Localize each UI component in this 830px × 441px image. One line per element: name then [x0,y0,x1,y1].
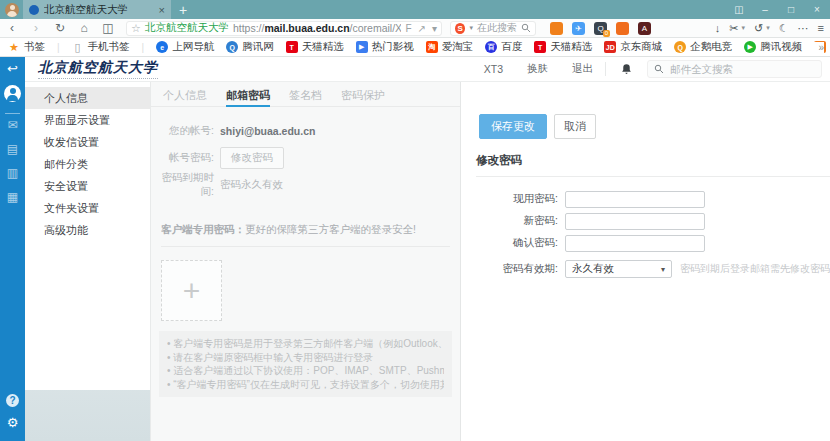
url-text[interactable]: https://mail.buaa.edu.cn/coremail/XT5/in… [233,22,402,34]
apps-icon[interactable]: ▦ [0,190,25,204]
bookmark-tmall2[interactable]: T天猫精选 [534,40,592,54]
confirm-password-input[interactable] [565,235,705,252]
tab-favicon-icon [29,5,39,15]
tab-password-protection[interactable]: 密码保护 [341,88,385,106]
undo-caret-icon[interactable]: ▾ [766,24,770,32]
header-divider [605,62,606,76]
forward-icon[interactable]: › [24,21,48,35]
sidebar-item-mail-sorting[interactable]: 邮件分类 [25,153,150,175]
change-password-button[interactable]: 修改密码 [220,147,284,169]
url-box[interactable]: ☆ 北京航空航天大学 https://mail.buaa.edu.cn/core… [126,21,442,36]
validity-label: 密码有效期: [461,262,558,276]
more-icon[interactable]: ⋯ [798,22,809,35]
bookmark-taobao[interactable]: 淘爱淘宝 [426,40,474,54]
tab-signature[interactable]: 签名档 [289,88,322,106]
university-logo: 北京航空航天大学 [38,59,158,79]
fill-icon[interactable]: F [405,23,411,34]
home-icon[interactable]: ⌂ [72,21,96,35]
current-password-input[interactable] [565,191,705,208]
tab-personal-info[interactable]: 个人信息 [163,88,207,106]
screenshot-scissors-icon[interactable]: ✂ [729,22,738,35]
back-icon[interactable]: ‹ [0,21,24,35]
engine-caret-icon[interactable]: ▾ [469,24,473,32]
sidebar-item-advanced[interactable]: 高级功能 [25,219,150,241]
reading-list-icon[interactable]: ◫ [96,21,120,35]
bookmark-baidu[interactable]: 百百度 [485,40,522,54]
account-row: 您的帐号: shiyi@buaa.edu.cn [151,117,460,144]
scissors-caret-icon[interactable]: ▾ [741,24,745,32]
maximize-button[interactable]: □ [778,4,804,15]
bookmark-jd[interactable]: JD京东商城 [604,40,662,54]
address-search-box[interactable]: S ▾ 在此搜索 [450,21,536,36]
gear-icon[interactable]: ⚙ [0,415,25,430]
profile-icon[interactable] [0,85,25,104]
bookmark-nav[interactable]: e上网导航 [156,40,214,54]
save-changes-button[interactable]: 保存更改 [479,114,547,139]
add-client-password-button[interactable]: + [161,260,222,321]
reload-icon[interactable]: ↻ [48,21,72,35]
minimize-button[interactable]: – [752,4,778,15]
bookmark-separator: | [142,42,145,53]
cancel-button[interactable]: 取消 [554,114,596,139]
undo-icon[interactable]: ↺ [754,22,763,35]
qq-extension-icon[interactable]: Q0 [594,22,607,35]
skin-link[interactable]: 换肤 [527,62,548,76]
sidebar-item-security[interactable]: 安全设置 [25,175,150,197]
tab-close-icon[interactable]: × [159,4,165,16]
folder-icon[interactable]: ▤ [0,142,25,156]
adobe-extension-icon[interactable]: A [638,22,651,35]
back-to-mail-icon[interactable]: ↩ [0,61,25,76]
validity-select[interactable]: 永久有效 ▾ [565,260,672,278]
site-name[interactable]: 北京航空航天大学 [145,21,229,35]
tab-mailbox-password[interactable]: 邮箱密码 [226,88,270,107]
sidebar-item-folders[interactable]: 文件夹设置 [25,197,150,219]
bookmarks-overflow-icon[interactable]: » [814,42,824,53]
note-line: “客户端专用密码”仅在生成时可见，支持设置多个，切勿使用其它方式保存，以防泄露 [167,378,444,392]
bookmark-mobile[interactable]: ▯手机书签 [72,40,130,54]
shopping-extension-icon[interactable] [616,22,629,35]
bookmark-label: 书签 [24,40,45,54]
bookmark-penguin-esports[interactable]: Q企鹅电竞 [674,40,732,54]
logout-link[interactable]: 退出 [572,62,593,76]
sidebar-item-personal-info[interactable]: 个人信息 [25,87,150,109]
download-icon[interactable]: ↓ [715,22,721,34]
bookmark-label: 腾讯网 [242,40,274,54]
url-host: mail.buaa.edu.cn [264,22,349,34]
bookmark-tmall[interactable]: T天猫精选 [286,40,344,54]
night-mode-icon[interactable]: ☾ [779,22,789,35]
share-icon[interactable]: ↗ [418,23,426,34]
notification-bell-icon[interactable] [620,62,633,76]
bird-extension-icon[interactable]: ✈ [572,22,585,35]
bookmark-label: 京东商城 [620,40,662,54]
favorite-star-icon[interactable]: ☆ [131,22,141,35]
contacts-icon[interactable]: ▥ [0,166,25,180]
browser-tab[interactable]: 北京航空航天大学 × [23,0,171,19]
search-magnifier-icon[interactable] [521,23,531,33]
bookmark-label: 企鹅电竞 [690,40,732,54]
mail-icon[interactable]: ✉ [0,118,25,132]
new-password-input[interactable] [565,213,705,230]
dropdown-caret-icon[interactable]: ▾ [432,23,437,34]
bookmark-movies[interactable]: ▶热门影视 [356,40,414,54]
panels-icon[interactable]: ◫ [726,4,752,15]
browser-avatar[interactable] [5,3,19,17]
sogou-search-icon[interactable]: S [455,23,465,34]
sidebar-item-sendreceive[interactable]: 收发信设置 [25,131,150,153]
help-glyph: ? [6,394,19,407]
mail-search-box[interactable] [647,60,822,78]
taobao-icon: 淘 [426,41,438,53]
version-label: XT3 [484,63,503,75]
tmall-icon: T [286,41,298,53]
mail-search-input[interactable] [670,63,800,75]
current-password-row: 现用密码: [461,188,830,210]
new-tab-button[interactable]: + [179,2,187,18]
sidebar-item-display[interactable]: 界面显示设置 [25,109,150,131]
bookmark-shuqian[interactable]: ★书签 [8,40,45,54]
close-window-button[interactable]: × [804,4,830,15]
bookmark-tencent[interactable]: Q腾讯网 [226,40,274,54]
confirm-password-label: 确认密码: [461,236,558,250]
help-icon[interactable]: ? [0,394,25,407]
menu-icon[interactable]: ≡ [818,22,824,34]
bookmark-tencent-video[interactable]: ▶腾讯视频 [744,40,802,54]
game-extension-icon[interactable] [550,22,563,35]
